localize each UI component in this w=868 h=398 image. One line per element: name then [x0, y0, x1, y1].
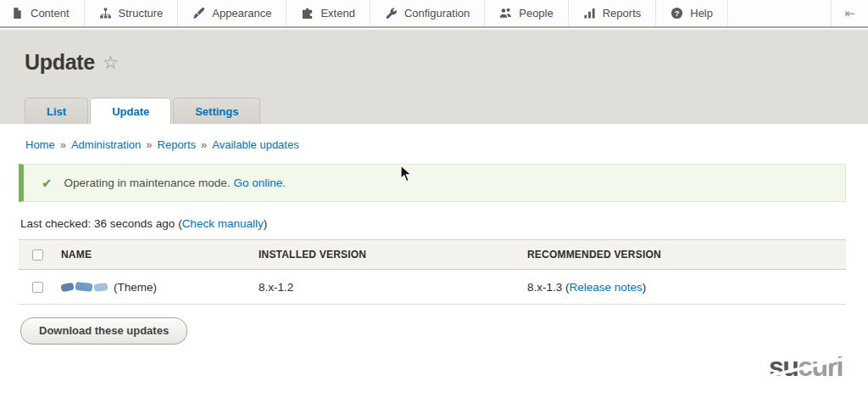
breadcrumb-separator: »	[60, 138, 66, 151]
bar-chart-icon	[583, 7, 596, 20]
sucuri-logo-text-dark: su	[769, 351, 798, 382]
toolbar-item-extend[interactable]: Extend	[287, 0, 370, 26]
toolbar-item-content[interactable]: Content	[0, 0, 85, 26]
content-icon	[11, 7, 24, 20]
toolbar-item-label: Help	[690, 7, 713, 20]
status-text: Operating in maintenance mode.	[64, 177, 231, 189]
status-message: ✔ Operating in maintenance mode. Go onli…	[19, 164, 846, 202]
tab-settings[interactable]: Settings	[173, 98, 260, 124]
favorite-star-icon[interactable]: ☆	[103, 53, 119, 71]
column-header-name: NAME	[61, 249, 259, 261]
toolbar-collapse-icon: ⇤	[844, 6, 855, 21]
column-header-recommended-version: RECOMMENDED VERSION	[527, 249, 846, 261]
paintbrush-icon	[192, 7, 205, 20]
breadcrumb-separator: »	[146, 138, 152, 151]
toolbar-orientation-button[interactable]: ⇤	[831, 0, 868, 26]
recommended-version-cell: 8.x-1.3 (Release notes)	[527, 281, 846, 294]
breadcrumb-link-available-updates[interactable]: Available updates	[212, 138, 298, 151]
table-header-row: NAME INSTALLED VERSION RECOMMENDED VERSI…	[19, 239, 846, 270]
toolbar-item-label: Configuration	[404, 7, 470, 20]
release-notes-link[interactable]: Release notes	[570, 281, 643, 294]
last-checked-line: Last checked: 36 seconds ago (Check manu…	[20, 217, 846, 230]
page-title: Update	[25, 50, 95, 75]
project-name-cell: (Theme)	[61, 281, 259, 294]
column-header-installed-version: INSTALLED VERSION	[259, 249, 527, 261]
breadcrumb-separator: »	[201, 138, 207, 151]
admin-toolbar: Content Structure Appearance Extend Conf…	[0, 0, 868, 28]
toolbar-item-label: People	[519, 7, 553, 20]
project-type-label: (Theme)	[114, 281, 157, 294]
toolbar-item-configuration[interactable]: Configuration	[370, 0, 485, 26]
wrench-icon	[385, 7, 398, 20]
select-all-checkbox[interactable]	[32, 249, 43, 261]
primary-tabs: List Update Settings	[25, 98, 262, 124]
toolbar-item-reports[interactable]: Reports	[569, 0, 657, 26]
people-icon	[499, 7, 512, 20]
breadcrumb-link-reports[interactable]: Reports	[158, 138, 197, 151]
check-manually-link[interactable]: Check manually	[182, 217, 264, 230]
toolbar-spacer	[728, 0, 831, 26]
svg-text:?: ?	[675, 9, 680, 18]
main-content: Home»Administration»Reports»Available up…	[0, 124, 868, 398]
last-checked-suffix: )	[264, 217, 268, 230]
toolbar-item-help[interactable]: ? Help	[656, 0, 728, 26]
updates-table: NAME INSTALLED VERSION RECOMMENDED VERSI…	[19, 239, 846, 305]
toolbar-item-label: Structure	[119, 7, 164, 20]
go-online-link[interactable]: Go online.	[233, 177, 286, 189]
recommended-version-text: 8.x-1.3 (	[527, 281, 570, 294]
drupal-admin-screen: Content Structure Appearance Extend Conf…	[0, 0, 868, 398]
puzzle-icon	[301, 7, 314, 20]
title-row: Update ☆	[25, 50, 119, 75]
recommended-version-suffix: )	[643, 281, 647, 294]
toolbar-item-people[interactable]: People	[485, 0, 568, 26]
breadcrumb: Home»Administration»Reports»Available up…	[25, 138, 846, 151]
select-all-cell	[19, 249, 61, 261]
toolbar-item-structure[interactable]: Structure	[85, 0, 179, 26]
tab-update[interactable]: Update	[90, 98, 171, 124]
page-header: Update ☆ List Update Settings	[0, 30, 868, 124]
last-checked-text: Last checked: 36 seconds ago (	[20, 217, 182, 230]
row-checkbox[interactable]	[32, 282, 43, 293]
help-icon: ?	[670, 7, 683, 20]
breadcrumb-link-home[interactable]: Home	[25, 138, 55, 151]
download-updates-button[interactable]: Download these updates	[20, 317, 187, 345]
installed-version-cell: 8.x-1.2	[259, 281, 527, 294]
breadcrumb-link-administration[interactable]: Administration	[71, 138, 141, 151]
toolbar-item-label: Reports	[603, 7, 642, 20]
structure-icon	[99, 7, 112, 20]
toolbar-item-label: Appearance	[212, 7, 271, 20]
sucuri-logo: sucuri	[769, 353, 843, 380]
toolbar-item-appearance[interactable]: Appearance	[178, 0, 287, 26]
redacted-project-name-blur	[61, 283, 108, 291]
toolbar-item-label: Extend	[320, 7, 354, 20]
row-select-cell	[19, 282, 61, 293]
tab-list[interactable]: List	[25, 98, 88, 124]
toolbar-item-label: Content	[31, 7, 70, 20]
checkmark-icon: ✔	[42, 177, 53, 189]
table-row: (Theme) 8.x-1.2 8.x-1.3 (Release notes)	[19, 270, 846, 305]
